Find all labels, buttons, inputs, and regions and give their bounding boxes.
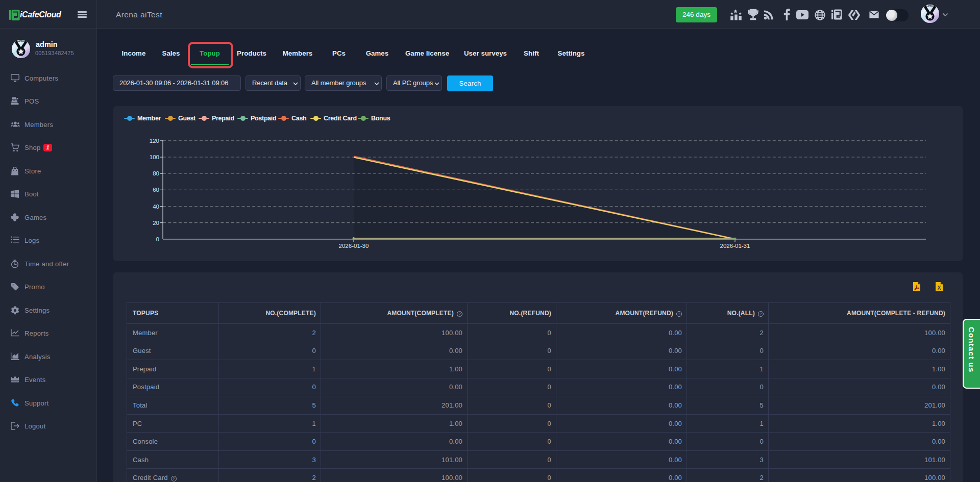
svg-text:PLATINUM: PLATINUM [925, 5, 936, 7]
svg-text:X: X [937, 285, 941, 291]
svg-text:100: 100 [150, 154, 159, 160]
svg-text:60: 60 [153, 187, 159, 193]
svg-text:PLATINUM: PLATINUM [16, 40, 27, 42]
svg-text:2026-01-31: 2026-01-31 [720, 243, 750, 249]
svg-text:20: 20 [153, 220, 159, 226]
svg-text:120: 120 [150, 138, 159, 144]
svg-text:2026-01-30: 2026-01-30 [339, 243, 369, 249]
svg-text:40: 40 [153, 204, 159, 210]
svg-text:0: 0 [156, 236, 159, 242]
svg-text:80: 80 [153, 170, 159, 176]
